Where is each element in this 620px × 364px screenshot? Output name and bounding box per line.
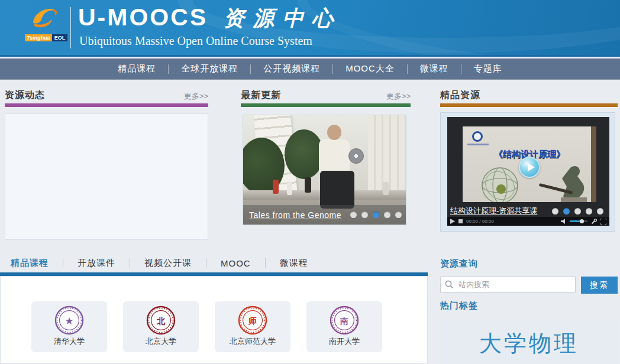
hot-tags-box: 大学物理: [440, 319, 618, 364]
university-card-2[interactable]: 师北京师范大学: [215, 301, 290, 352]
man-graphic: [320, 171, 354, 209]
university-card-3[interactable]: 南南开大学: [306, 301, 382, 352]
hot-tag-0[interactable]: 大学物理: [479, 329, 579, 359]
slide-dot-3[interactable]: [384, 212, 390, 218]
university-card-1[interactable]: 北北京大学: [123, 301, 199, 352]
course-tab-1[interactable]: 开放课件: [63, 258, 130, 269]
nav-item-1[interactable]: 全球开放课程: [169, 63, 250, 74]
slide-dot-0[interactable]: [552, 208, 558, 214]
statue-graphic: [535, 161, 592, 202]
slide-edge-graphic: [591, 126, 596, 202]
video-caption-row: 结构设计原理-资源共享课: [450, 206, 608, 216]
video-slide: 《结构设计原理》: [463, 126, 596, 202]
volume-slider[interactable]: [570, 220, 587, 222]
video-dots: [552, 208, 603, 214]
play-overlay-button[interactable]: [519, 157, 540, 178]
settings-wrench-icon[interactable]: [591, 219, 597, 225]
video-controls: 00:00 / 00:00: [447, 217, 609, 226]
volume-icon[interactable]: [561, 219, 566, 224]
university-seal-icon: 南: [330, 306, 359, 335]
panel-latest: 最新更新 更多>> Tales from the: [241, 89, 411, 225]
slide-dot-0[interactable]: [350, 212, 357, 218]
site-title-en: U-MOOCS: [78, 4, 208, 31]
hot-tags-title: 热门标签: [440, 300, 478, 311]
featured-video-card: 《结构设计原理》: [440, 112, 615, 232]
course-panel: ★清华大学北北京大学师北京师范大学南南开大学: [0, 276, 428, 364]
slide-dot-4[interactable]: [395, 212, 402, 218]
tree-graphic: [285, 129, 324, 179]
person-graphic: [305, 177, 311, 193]
university-name: 南开大学: [329, 336, 360, 347]
slide-dot-2[interactable]: [373, 212, 379, 218]
site-title-cn: 资源中心: [223, 5, 341, 30]
svg-text:北: 北: [156, 316, 166, 326]
course-tab-2[interactable]: 视频公开课: [130, 258, 206, 269]
search-row: 搜索: [440, 277, 618, 293]
site-header: Tsinghua EOL U-MOOCS资源中心 Ubiquitous Mass…: [0, 0, 620, 57]
slide-dot-4[interactable]: [597, 208, 603, 214]
nav-item-0[interactable]: 精品课程: [105, 63, 168, 74]
slide-dot-2[interactable]: [574, 208, 581, 214]
video-caption-link[interactable]: 结构设计原理-资源共享课: [450, 206, 537, 216]
course-tab-0[interactable]: 精品课程: [11, 258, 63, 269]
panel-latest-bar: [241, 103, 411, 107]
svg-text:★: ★: [66, 316, 73, 326]
logo-badge-tsinghua: Tsinghua: [25, 34, 52, 41]
disc-graphic: [348, 148, 364, 164]
video-time: 00:00 / 00:00: [466, 219, 494, 224]
carousel-caption-link[interactable]: Tales from the Genome: [249, 210, 341, 220]
course-tab-3[interactable]: MOOC: [206, 258, 265, 268]
person-graphic: [383, 182, 389, 195]
svg-text:师: 师: [248, 316, 257, 326]
nav-item-2[interactable]: 公开视频课程: [251, 63, 332, 74]
carousel-caption-band: Tales from the Genome: [243, 205, 406, 225]
university-seal-icon: 师: [238, 306, 267, 335]
panel-news-bar: [5, 103, 208, 107]
site-title: U-MOOCS资源中心: [78, 4, 341, 33]
university-card-0[interactable]: ★清华大学: [31, 301, 107, 352]
panel-news-more-link[interactable]: 更多>>: [184, 91, 208, 102]
panel-featured-title: 精品资源: [440, 89, 480, 102]
slide-dot-1[interactable]: [361, 212, 368, 218]
course-tabs-row: 精品课程开放课件视频公开课MOOC微课程: [0, 255, 428, 271]
university-seal-icon: 北: [146, 306, 176, 335]
person-graphic: [273, 180, 279, 194]
nav-item-3[interactable]: MOOC大全: [333, 63, 407, 74]
main-nav: 精品课程全球开放课程公开视频课程MOOC大全微课程专题库: [0, 58, 620, 80]
site-subtitle: Ubiquitous Massive Open Online Course Sy…: [79, 34, 312, 48]
fullscreen-icon[interactable]: [600, 219, 606, 225]
panel-news-title: 资源动态: [5, 89, 45, 102]
logo-badge-eol: EOL: [52, 34, 68, 41]
panel-featured: 精品资源 《结构设计原理》: [440, 89, 618, 232]
emblem-caption-graphic: [467, 144, 489, 145]
page: Tsinghua EOL U-MOOCS资源中心 Ubiquitous Mass…: [0, 0, 620, 364]
man-graphic: [319, 139, 350, 173]
course-tab-4[interactable]: 微课程: [266, 258, 322, 269]
panel-featured-bar: [440, 103, 618, 107]
stop-icon[interactable]: [458, 219, 463, 223]
university-name: 北京师范大学: [230, 336, 276, 347]
video-player[interactable]: 《结构设计原理》: [447, 117, 609, 226]
search-button[interactable]: 搜索: [581, 277, 618, 294]
course-tabs: 精品课程开放课件视频公开课MOOC微课程: [0, 255, 428, 276]
search-input[interactable]: [440, 277, 576, 292]
site-logo[interactable]: Tsinghua EOL: [25, 5, 72, 41]
slide-dot-3[interactable]: [586, 208, 592, 214]
university-emblem-icon: [472, 131, 483, 142]
latest-carousel[interactable]: Tales from the Genome: [243, 115, 406, 225]
play-icon[interactable]: [450, 219, 455, 224]
panel-latest-more-link[interactable]: 更多>>: [386, 91, 411, 102]
search-icon: [445, 280, 454, 289]
nav-item-5[interactable]: 专题库: [461, 63, 515, 74]
wire-sphere-graphic: [478, 164, 522, 202]
logo-badge: Tsinghua EOL: [25, 34, 72, 41]
panel-latest-title: 最新更新: [241, 89, 281, 102]
slide-dot-1[interactable]: [563, 208, 570, 214]
person-graphic: [287, 182, 292, 195]
carousel-dots: [350, 212, 402, 218]
header-divider: [70, 7, 71, 48]
university-seal-icon: ★: [54, 306, 84, 335]
university-row: ★清华大学北北京大学师北京师范大学南南开大学: [31, 301, 427, 352]
nav-item-4[interactable]: 微课程: [408, 63, 461, 74]
panel-news: 资源动态 更多>>: [5, 89, 208, 240]
